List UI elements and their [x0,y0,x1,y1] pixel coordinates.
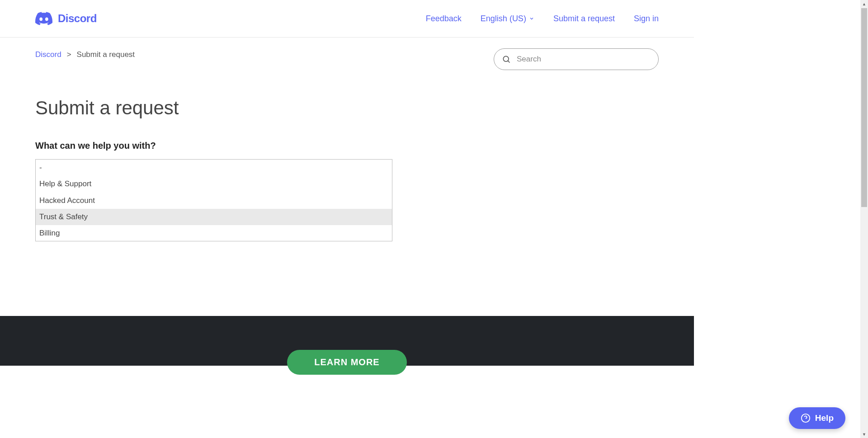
dropdown-option[interactable]: Help & Support [36,176,392,192]
dropdown-option[interactable]: Billing [36,225,392,241]
breadcrumb-root[interactable]: Discord [35,50,61,59]
dropdown-option[interactable]: Trust & Safety [36,209,392,225]
chevron-down-icon [529,16,534,21]
svg-line-1 [508,61,509,62]
dropdown-option[interactable]: - [36,160,392,176]
discord-logo-icon [35,12,52,25]
header: Discord Feedback English (US) Submit a r… [0,0,694,38]
page-scrollbar[interactable]: ▲ ▼ [860,0,868,438]
scrollbar-thumb[interactable] [861,8,867,207]
learn-more-button[interactable]: LEARN MORE [287,350,406,375]
header-nav: Feedback English (US) Submit a request S… [426,14,659,24]
help-topic-dropdown[interactable]: -Help & SupportHacked AccountTrust & Saf… [35,159,392,241]
logo[interactable]: Discord [35,12,97,25]
scrollbar-down-button[interactable]: ▼ [860,430,868,438]
breadcrumb-separator: > [67,50,71,59]
dropdown-list: -Help & SupportHacked AccountTrust & Saf… [36,160,392,241]
search-input[interactable] [494,48,659,70]
main: Submit a request What can we help you wi… [0,70,694,241]
page-title: Submit a request [35,97,659,119]
scrollbar-up-button[interactable]: ▲ [860,0,868,8]
breadcrumb-current: Submit a request [77,50,135,59]
submit-request-link[interactable]: Submit a request [553,14,615,24]
logo-text: Discord [58,12,97,25]
breadcrumb: Discord > Submit a request [35,48,135,59]
svg-point-0 [503,56,509,61]
help-icon [801,413,811,423]
search-container [494,48,659,70]
language-label: English (US) [481,14,526,24]
help-widget-label: Help [815,413,834,423]
footer: LEARN MORE [0,316,694,366]
sign-in-link[interactable]: Sign in [634,14,659,24]
search-icon [502,55,511,64]
feedback-link[interactable]: Feedback [426,14,462,24]
form-label: What can we help you with? [35,141,659,151]
dropdown-option[interactable]: Hacked Account [36,193,392,209]
help-widget-button[interactable]: Help [789,407,845,429]
language-selector[interactable]: English (US) [481,14,534,24]
subheader: Discord > Submit a request [0,38,694,70]
